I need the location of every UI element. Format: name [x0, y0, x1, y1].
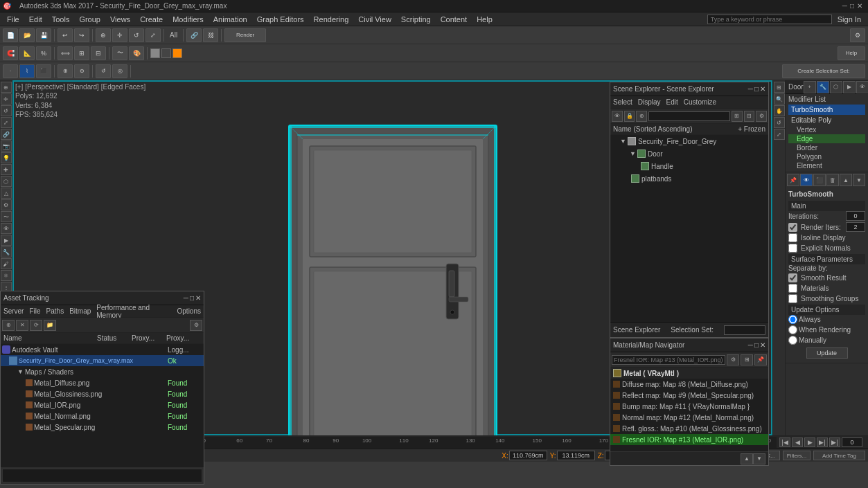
menu-scripting[interactable]: Scripting	[397, 15, 435, 24]
at-row-vault[interactable]: Autodesk Vault Logg...	[1, 344, 204, 355]
maximize-btn[interactable]: □	[850, 2, 854, 10]
at-row-maps[interactable]: ▼ Maps / Shaders	[1, 366, 204, 377]
sb-scale[interactable]: ⤢	[1, 117, 12, 128]
menu-views[interactable]: Views	[106, 15, 134, 24]
at-menu-bitmap[interactable]: Bitmap	[69, 307, 91, 315]
rt-zoom[interactable]: 🔍	[774, 93, 785, 105]
at-close[interactable]: ✕	[195, 294, 201, 302]
sub-vertex[interactable]: Vertex	[788, 125, 865, 134]
tb2-curve[interactable]: 〜	[112, 46, 127, 60]
menu-rendering[interactable]: Rendering	[310, 15, 353, 24]
menu-file[interactable]: File	[3, 15, 24, 24]
menu-help[interactable]: Help	[472, 15, 497, 24]
at-row-max-file[interactable]: Security_Fire_Door_Grey_max_vray.max Ok	[1, 355, 204, 366]
sub-element[interactable]: Element	[788, 161, 865, 170]
search-input[interactable]	[707, 15, 832, 24]
tb3-shrink[interactable]: ⊖	[74, 64, 89, 78]
panel-icon-motion[interactable]: ▶	[843, 81, 856, 93]
se-maximize[interactable]: □	[754, 85, 759, 93]
at-maximize[interactable]: □	[190, 294, 194, 302]
mn-btn-2[interactable]: ⊞	[741, 354, 753, 365]
ts-update-btn[interactable]: Update	[806, 347, 848, 359]
mn-row-fresnel[interactable]: Fresnel IOR: Map #13 (Metal_IOR.png)	[610, 434, 768, 445]
menu-edit[interactable]: Edit	[25, 15, 46, 24]
ts-smooth-result-check[interactable]: Smooth Result	[788, 273, 847, 282]
ts-always-radio[interactable]: Always	[788, 315, 821, 324]
tb2-angle-snap[interactable]: 📐	[19, 46, 35, 60]
sb-select[interactable]: ⊕	[1, 82, 12, 93]
menu-group[interactable]: Group	[75, 15, 105, 24]
mod-move-down[interactable]: ▼	[853, 174, 865, 186]
at-btn-4[interactable]: 📁	[44, 320, 56, 331]
rt-arc-rotate[interactable]: ↺	[774, 117, 785, 128]
tb-move[interactable]: ✛	[112, 28, 127, 42]
sb-helper[interactable]: ✚	[1, 164, 12, 175]
at-row-normal[interactable]: Metal_Normal.png Found	[1, 410, 204, 422]
tb3-poly[interactable]: ⬛	[36, 64, 51, 78]
sb-link[interactable]: 🔗	[1, 129, 12, 140]
at-menu-server[interactable]: Server	[3, 307, 24, 315]
tb3-selection[interactable]: Create Selection Set:	[782, 64, 865, 78]
ts-iterations-input[interactable]	[846, 211, 865, 221]
se-btn-2[interactable]: 🔒	[624, 111, 635, 122]
se-minimize[interactable]: ─	[748, 85, 753, 93]
tb3-grow[interactable]: ⊕	[57, 64, 73, 78]
sb-display[interactable]: 👁	[1, 223, 12, 234]
se-btn-icons3[interactable]: ⚙	[756, 111, 767, 122]
se-btn-icons1[interactable]: ⊞	[732, 111, 743, 122]
sb-camera[interactable]: 📷	[1, 141, 12, 152]
sub-edge[interactable]: Edge	[788, 134, 865, 143]
mn-row-normal[interactable]: Normal map: Map #12 (Metal_Normal.png)	[610, 412, 768, 423]
menu-tools[interactable]: Tools	[48, 15, 74, 24]
mod-show-in-vp[interactable]: ⬛	[813, 174, 826, 186]
tb3-loop[interactable]: ↺	[96, 64, 111, 78]
se-row-door[interactable]: ▼ Door	[610, 147, 768, 160]
mn-btn-3[interactable]: 📌	[754, 354, 767, 365]
mn-scroll-down[interactable]: ▼	[753, 453, 765, 464]
tb-undo[interactable]: ↩	[57, 28, 73, 42]
tb-unlink[interactable]: ⛓	[203, 28, 218, 42]
se-search-input[interactable]	[648, 111, 730, 121]
mn-search-input[interactable]	[612, 355, 725, 365]
at-menu-options[interactable]: Options	[177, 307, 201, 315]
modifier-turbosmooth[interactable]: TurboSmooth	[788, 105, 865, 115]
mod-show[interactable]: 👁	[800, 174, 813, 186]
at-btn-2[interactable]: ✕	[16, 320, 28, 331]
btn-play[interactable]: ▶	[804, 437, 815, 447]
ts-manually-radio[interactable]: Manually	[788, 336, 826, 345]
tb2-material[interactable]: 🎨	[129, 46, 144, 60]
rt-pan[interactable]: ✋	[774, 105, 785, 116]
mat-nav-minimize[interactable]: ─	[748, 341, 753, 349]
panel-icon-display[interactable]: 👁	[856, 81, 868, 93]
panel-icon-hierarchy[interactable]: ⬡	[830, 81, 842, 93]
tb2-snap[interactable]: 🧲	[3, 46, 18, 60]
sub-polygon[interactable]: Polygon	[788, 152, 865, 161]
tb-new[interactable]: 📄	[3, 28, 18, 42]
ts-render-iters-check[interactable]: Render Iters:	[788, 223, 841, 232]
mat-nav-close[interactable]: ✕	[760, 341, 765, 349]
ts-main-header[interactable]: Main	[788, 201, 865, 211]
y-input[interactable]	[557, 451, 595, 460]
sb-utility[interactable]: 🔧	[1, 246, 12, 257]
se-row-platbands[interactable]: platbands	[610, 172, 768, 185]
mat-nav-maximize[interactable]: □	[754, 341, 759, 349]
ts-explicit-check[interactable]: Explicit Normals	[788, 244, 851, 253]
color-swatch-1[interactable]	[150, 48, 160, 58]
btn-prev-frame[interactable]: ◀	[792, 437, 803, 447]
tb2-percent-snap[interactable]: %	[36, 46, 51, 60]
tb2-mirror[interactable]: ⟺	[57, 46, 73, 60]
mn-scroll-up[interactable]: ▲	[741, 453, 753, 464]
mn-row-gloss[interactable]: Refl. gloss.: Map #10 (Metal_Glossiness.…	[610, 423, 768, 434]
mn-btn-1[interactable]: ⚙	[727, 354, 739, 365]
rt-zoom-extent[interactable]: ⊞	[774, 82, 785, 93]
ts-when-rendering-radio[interactable]: When Rendering	[788, 325, 851, 334]
menu-content[interactable]: Content	[436, 15, 472, 24]
tb-link[interactable]: 🔗	[186, 28, 202, 42]
sb-move[interactable]: ✛	[1, 93, 12, 105]
se-menu-select[interactable]: Select	[613, 98, 632, 106]
menu-graph-editors[interactable]: Graph Editors	[253, 15, 308, 24]
se-menu-customize[interactable]: Customize	[684, 98, 716, 106]
sb-rotate[interactable]: ↺	[1, 105, 12, 116]
tb-open[interactable]: 📂	[19, 28, 35, 42]
btn-go-end[interactable]: ▶|	[829, 437, 840, 447]
